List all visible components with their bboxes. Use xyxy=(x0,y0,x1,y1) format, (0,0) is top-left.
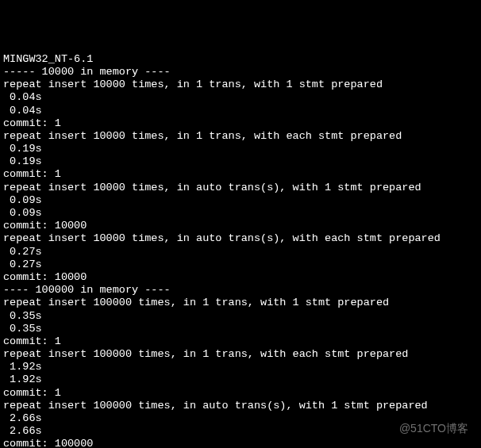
terminal-line: 1.92s xyxy=(3,361,478,373)
terminal-line: 0.09s xyxy=(3,207,478,220)
terminal-line: commit: 1 xyxy=(3,168,478,181)
terminal-line: MINGW32_NT-6.1 xyxy=(3,53,478,66)
terminal-line: 0.19s xyxy=(3,143,478,155)
terminal-line: commit: 10000 xyxy=(3,271,478,284)
terminal-line: commit: 100000 xyxy=(3,438,478,448)
terminal-line: repeat insert 100000 times, in 1 trans, … xyxy=(3,297,478,309)
terminal-line: repeat insert 10000 times, in auto trans… xyxy=(3,232,478,245)
terminal-line: 0.27s xyxy=(3,246,478,258)
terminal-line: 0.19s xyxy=(3,155,478,168)
terminal-line: repeat insert 10000 times, in 1 trans, w… xyxy=(3,130,478,143)
terminal-line: repeat insert 100000 times, in 1 trans, … xyxy=(3,348,478,361)
terminal-line: repeat insert 100000 times, in auto tran… xyxy=(3,400,478,412)
terminal-line: 0.09s xyxy=(3,194,478,207)
terminal-line: 1.92s xyxy=(3,373,478,386)
terminal-line: 0.35s xyxy=(3,310,478,323)
terminal-line: commit: 10000 xyxy=(3,220,478,232)
terminal-line: commit: 1 xyxy=(3,117,478,130)
terminal-line: 0.04s xyxy=(3,91,478,104)
terminal-line: repeat insert 10000 times, in 1 trans, w… xyxy=(3,78,478,91)
terminal-line: 0.35s xyxy=(3,323,478,335)
terminal-line: commit: 1 xyxy=(3,387,478,400)
terminal-line: ---- 100000 in memory ---- xyxy=(3,284,478,297)
watermark-text: @51CTO博客 xyxy=(399,422,468,435)
terminal-line: ----- 10000 in memory ---- xyxy=(3,66,478,78)
terminal-output[interactable]: MINGW32_NT-6.1----- 10000 in memory ----… xyxy=(3,53,478,448)
terminal-line: commit: 1 xyxy=(3,335,478,348)
terminal-line: repeat insert 10000 times, in auto trans… xyxy=(3,182,478,194)
terminal-line: 0.27s xyxy=(3,258,478,271)
terminal-line: 0.04s xyxy=(3,105,478,117)
